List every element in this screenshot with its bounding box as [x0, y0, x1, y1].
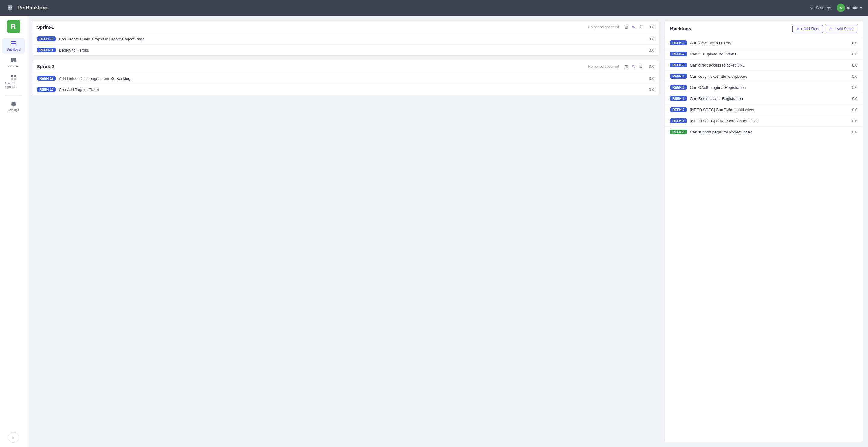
svg-rect-4	[11, 44, 16, 45]
sidebar-item-backlogs[interactable]: Backlogs	[2, 38, 25, 54]
avatar-initial: A	[839, 6, 842, 10]
grid-icon[interactable]: ⊞	[624, 64, 628, 69]
main-layout: R Backlogs Kanban	[0, 15, 868, 447]
backlog-badge: REEN-5	[670, 85, 687, 90]
settings-icon	[10, 101, 17, 107]
sidebar-item-closed-sprints[interactable]: Closed Sprints	[2, 72, 25, 91]
avatar: A	[837, 4, 845, 12]
backlog-item[interactable]: REEN-7 [NEED SPEC] Can Ticket multiselec…	[664, 104, 863, 115]
story-points: 0.0	[646, 76, 654, 81]
backlog-item[interactable]: REEN-5 Can OAuth Login & Registration 0.…	[664, 82, 863, 93]
sprint-card: Sprint-2 No period specified ⊞ ✎ 🗓 0.0 R…	[32, 60, 659, 95]
backlogs-actions: ⊕ + Add Story ⊕ + Add Sprint	[792, 25, 858, 33]
chevron-right-icon: ›	[13, 435, 14, 440]
add-story-button[interactable]: ⊕ + Add Story	[792, 25, 823, 33]
backlog-badge: REEN-7	[670, 107, 687, 112]
sprints-panel: Sprint-1 No period specified ⊞ ✎ 🗓 0.0 R…	[32, 21, 659, 442]
sprint-header: Sprint-2 No period specified ⊞ ✎ 🗓 0.0	[32, 60, 659, 73]
backlog-points: 0.0	[849, 119, 858, 123]
sidebar-item-settings-label: Settings	[7, 108, 20, 112]
backlog-title: [NEED SPEC] Bulk Operation for Ticket	[690, 119, 846, 123]
svg-rect-11	[14, 78, 16, 80]
sprint-period: No period specified	[588, 64, 619, 69]
calendar-icon[interactable]: 🗓	[639, 25, 643, 29]
edit-icon[interactable]: ✎	[632, 64, 635, 69]
user-menu[interactable]: A admin ▾	[837, 4, 862, 12]
story-title[interactable]: Can Add Tags to Ticket	[59, 87, 643, 92]
story-points: 0.0	[646, 87, 654, 92]
settings-nav-label: Settings	[816, 5, 831, 10]
sprint-story-row: REEN-10 Can Create Public Project in Cre…	[32, 33, 659, 44]
sidebar-item-closed-sprints-label: Closed Sprints	[5, 81, 22, 89]
svg-point-0	[9, 7, 10, 8]
add-sprint-button[interactable]: ⊕ + Add Sprint	[826, 25, 858, 33]
story-title[interactable]: Can Create Public Project in Create Proj…	[59, 37, 643, 41]
backlog-title: Can direct access to ticket URL	[690, 63, 846, 67]
backlog-title: Can View Ticket History	[690, 41, 846, 45]
backlog-item[interactable]: REEN-2 Can File upload for Tickets 0.0	[664, 49, 863, 60]
sidebar-item-settings[interactable]: Settings	[2, 98, 25, 114]
backlog-badge: REEN-8	[670, 118, 687, 123]
backlogs-panel: Backlogs ⊕ + Add Story ⊕ + Add Sprint RE…	[664, 21, 863, 442]
backlog-badge: REEN-1	[670, 40, 687, 45]
backlog-title: Can support pager for Project index	[690, 130, 846, 134]
backlog-badge: REEN-6	[670, 96, 687, 101]
sprint-story-row: REEN-12 Add Link to Docs pages from Re:B…	[32, 73, 659, 84]
grid-icon[interactable]: ⊞	[624, 25, 628, 30]
backlog-points: 0.0	[849, 85, 858, 90]
backlogs-header: Backlogs ⊕ + Add Story ⊕ + Add Sprint	[664, 21, 863, 37]
backlog-badge: REEN-2	[670, 52, 687, 56]
app-title: Re:Backlogs	[18, 5, 49, 11]
backlog-points: 0.0	[849, 74, 858, 78]
svg-rect-5	[11, 58, 13, 62]
backlog-item[interactable]: REEN-9 Can support pager for Project ind…	[664, 127, 863, 137]
sidebar-expand-button[interactable]: ›	[8, 432, 19, 443]
calendar-icon[interactable]: 🗓	[639, 64, 643, 69]
backlog-points: 0.0	[849, 41, 858, 45]
backlog-title: Can copy Ticket Title to clipboard	[690, 74, 846, 78]
story-badge: REEN-10	[37, 36, 56, 41]
sprint-story-row: REEN-13 Can Add Tags to Ticket 0.0	[32, 84, 659, 95]
sprint-title: Sprint-2	[37, 64, 586, 69]
backlog-item[interactable]: REEN-1 Can View Ticket History 0.0	[664, 37, 863, 49]
sidebar-item-backlogs-label: Backlogs	[7, 47, 20, 51]
sprint-period: No period specified	[588, 25, 619, 29]
edit-icon[interactable]: ✎	[632, 25, 635, 30]
navbar: Re:Backlogs ⚙ Settings A admin ▾	[0, 0, 868, 15]
svg-rect-7	[14, 58, 16, 62]
settings-nav-button[interactable]: ⚙ Settings	[810, 5, 831, 10]
navbar-left: Re:Backlogs	[6, 4, 49, 12]
plus-icon: ⊕	[796, 27, 799, 31]
backlog-item[interactable]: REEN-6 Can Restrict User Registration 0.…	[664, 93, 863, 104]
story-title[interactable]: Add Link to Docs pages from Re:Backlogs	[59, 76, 643, 81]
story-badge: REEN-11	[37, 47, 56, 53]
sidebar-item-kanban-label: Kanban	[8, 64, 19, 68]
add-story-label: + Add Story	[801, 27, 819, 31]
kanban-icon	[10, 57, 17, 63]
svg-point-1	[11, 7, 12, 8]
backlog-item[interactable]: REEN-4 Can copy Ticket Title to clipboar…	[664, 71, 863, 82]
closed-sprints-icon	[10, 74, 17, 80]
chevron-down-icon: ▾	[860, 6, 862, 10]
svg-rect-3	[11, 43, 16, 44]
backlog-item[interactable]: REEN-8 [NEED SPEC] Bulk Operation for Ti…	[664, 115, 863, 127]
backlogs-title: Backlogs	[670, 26, 792, 32]
backlog-badge: REEN-3	[670, 63, 687, 67]
plus-sprint-icon: ⊕	[830, 27, 832, 31]
sprint-points: 0.0	[646, 64, 654, 69]
backlog-badge: REEN-4	[670, 74, 687, 78]
backlog-item[interactable]: REEN-3 Can direct access to ticket URL 0…	[664, 60, 863, 71]
story-badge: REEN-13	[37, 87, 56, 92]
gear-icon: ⚙	[810, 5, 814, 10]
backlog-points: 0.0	[849, 107, 858, 112]
sprint-points: 0.0	[646, 25, 654, 29]
project-avatar: R	[7, 20, 20, 33]
sprint-story-row: REEN-11 Deploy to Heroku 0.0	[32, 44, 659, 56]
svg-rect-10	[11, 78, 13, 80]
backlog-title: [NEED SPEC] Can Ticket multiselect	[690, 107, 846, 112]
sidebar-item-kanban[interactable]: Kanban	[2, 55, 25, 70]
svg-rect-2	[11, 41, 16, 42]
svg-rect-9	[14, 75, 16, 77]
user-label: admin	[847, 5, 858, 10]
story-title[interactable]: Deploy to Heroku	[59, 48, 643, 53]
